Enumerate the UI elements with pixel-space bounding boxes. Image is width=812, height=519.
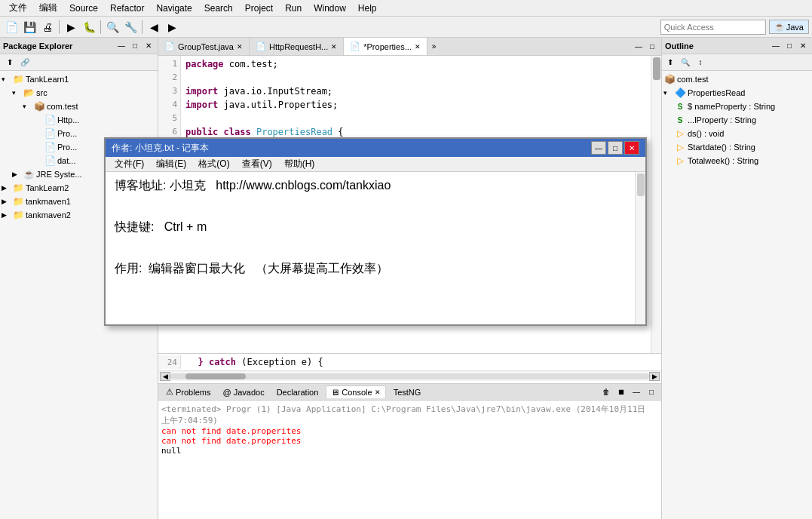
tab-label: *Properties...: [363, 42, 412, 51]
console-stop-btn[interactable]: ⏹: [614, 385, 628, 399]
notepad-line-4: [158, 241, 636, 255]
tab-overflow[interactable]: »: [427, 41, 441, 52]
notepad-scroll-thumb: [637, 174, 645, 196]
console-error-2: can not find date.properites: [161, 436, 658, 446]
toolbar-refactor[interactable]: 🔧: [122, 19, 139, 35]
outline-item-ds[interactable]: ▷ ds() : void: [663, 127, 810, 140]
tab-grouptest[interactable]: 📄 GroupTest.java ✕: [158, 38, 250, 55]
tab-close[interactable]: ✕: [237, 43, 243, 51]
toolbar-sep3: [142, 20, 142, 34]
tab-problems[interactable]: ⚠ Problems: [161, 385, 215, 398]
notepad-menu-help[interactable]: 帮助(H): [278, 156, 321, 172]
tree-item-tanklearn1[interactable]: ▾ 📁 TankLearn1: [2, 72, 156, 86]
tab-close[interactable]: ✕: [415, 43, 421, 51]
outline-item-totalweek[interactable]: ▷ Totalweek() : String: [663, 154, 810, 167]
menu-source[interactable]: Source: [63, 2, 104, 15]
outline-item-startdate[interactable]: ▷ Startdate() : String: [663, 140, 810, 154]
console-minimize[interactable]: —: [630, 385, 643, 399]
notepad-maximize[interactable]: □: [608, 141, 623, 155]
tree-item-src[interactable]: ▾ 📂 src: [2, 86, 156, 100]
menu-project[interactable]: Project: [239, 2, 279, 15]
notepad-menu-view[interactable]: 查看(V): [236, 156, 278, 172]
console-panel: ⚠ Problems @ Javadoc Declaration 🖥 Conso…: [158, 383, 661, 519]
notepad-content[interactable]: 博客地址: 小坦克 http://www.cnblogs.com/tankxia…: [158, 172, 645, 324]
tree-item-http[interactable]: 📄 Http...: [2, 113, 156, 127]
notepad-line-5: 作用: 编辑器窗口最大化 （大屏幕提高工作效率）: [158, 261, 636, 277]
outline-filter[interactable]: 🔍: [679, 56, 692, 69]
menu-search[interactable]: Search: [198, 2, 239, 15]
link-editor-btn[interactable]: 🔗: [18, 56, 32, 69]
scroll-right-btn[interactable]: ▶: [649, 372, 660, 381]
horizontal-scrollbar[interactable]: ◀ ▶: [158, 370, 661, 381]
console-error-1: can not find date.properites: [161, 426, 658, 436]
console-clear-btn[interactable]: 🗑: [599, 385, 613, 399]
menu-edit[interactable]: 编辑: [33, 0, 63, 16]
outline-tree: 📦 com.test ▾ 🔷 PropertiesRead S $ namePr…: [662, 71, 812, 519]
toolbar-back[interactable]: ◀: [146, 19, 162, 35]
console-maximize[interactable]: □: [645, 385, 658, 399]
package-explorer-title: Package Explorer: [3, 41, 72, 51]
project-icon: 📁: [12, 182, 24, 194]
quick-access-input[interactable]: [660, 20, 766, 35]
bottom-code-area[interactable]: 24 } catch (Exception e) { ◀ ▶: [158, 353, 661, 383]
menu-help[interactable]: Help: [352, 2, 383, 15]
outline-toolbar: ⬆ 🔍 ↕: [662, 54, 812, 71]
toolbar-save[interactable]: 💾: [21, 19, 38, 35]
outline-title: Outline: [665, 41, 694, 51]
panel-minimize[interactable]: —: [115, 40, 127, 52]
outline-item-nameproperty[interactable]: S $ nameProperty : String: [663, 100, 810, 113]
tree-item-comtest[interactable]: ▾ 📦 com.test: [2, 100, 156, 113]
main-layout: Package Explorer — □ ✕ ⬆ 🔗 ▾ 📁 TankLearn…: [0, 38, 812, 519]
toolbar-search[interactable]: 🔍: [104, 19, 121, 35]
outline-minimize[interactable]: —: [770, 40, 782, 52]
outline-close[interactable]: ✕: [797, 40, 809, 52]
notepad-menu-edit[interactable]: 编辑(E): [158, 156, 192, 172]
tab-properties[interactable]: 📄 *Properties... ✕: [344, 38, 427, 55]
menu-window[interactable]: Window: [308, 2, 352, 15]
code-line-4: import java.util.Properties;: [185, 98, 658, 112]
console-close-icon: ✕: [375, 388, 381, 396]
editor-minimize[interactable]: —: [633, 41, 645, 53]
outline-header: Outline — □ ✕: [662, 38, 812, 54]
toolbar-forward[interactable]: ▶: [164, 19, 180, 35]
menu-file[interactable]: 文件: [3, 0, 33, 16]
outline-collapse[interactable]: ⬆: [663, 56, 677, 69]
outline-label: ds() : void: [688, 129, 724, 138]
editor-maximize[interactable]: □: [646, 41, 658, 53]
arrow-icon: ▾: [663, 89, 673, 97]
toolbar-saveas[interactable]: 🖨: [39, 19, 56, 35]
outline-sort[interactable]: ↕: [694, 56, 707, 69]
panel-maximize[interactable]: □: [129, 40, 141, 52]
tab-testng[interactable]: TestNG: [389, 386, 426, 398]
tab-declaration[interactable]: Declaration: [272, 386, 323, 398]
tree-label: dat...: [57, 156, 75, 165]
menu-run[interactable]: Run: [279, 2, 308, 15]
menu-refactor[interactable]: Refactor: [104, 2, 150, 15]
notepad-scrollbar[interactable]: [635, 172, 645, 324]
outline-item-propertiesread[interactable]: ▾ 🔷 PropertiesRead: [663, 86, 810, 100]
toolbar-new[interactable]: 📄: [3, 19, 20, 35]
menu-navigate[interactable]: Navigate: [150, 2, 198, 15]
tab-console[interactable]: 🖥 Console ✕: [326, 385, 385, 398]
editor-scrollbar-v[interactable]: [651, 56, 661, 353]
console-actions: 🗑 ⏹ — □: [599, 385, 658, 399]
field-icon: S: [674, 100, 686, 112]
notepad-minimize[interactable]: —: [591, 141, 606, 155]
notepad-menu-format[interactable]: 格式(O): [192, 156, 235, 172]
file-icon: 📄: [44, 155, 56, 167]
package-explorer-header: Package Explorer — □ ✕: [0, 38, 158, 54]
code-content[interactable]: package com.test; import java.io.InputSt…: [182, 56, 661, 140]
tab-httprequest[interactable]: 📄 HttpRequestH... ✕: [250, 38, 344, 55]
outline-item-comtest[interactable]: 📦 com.test: [663, 72, 810, 86]
toolbar-debug[interactable]: 🐛: [81, 19, 97, 35]
scroll-left-btn[interactable]: ◀: [160, 372, 170, 381]
outline-maximize[interactable]: □: [783, 40, 795, 52]
toolbar-run[interactable]: ▶: [63, 19, 79, 35]
tab-javadoc[interactable]: @ Javadoc: [218, 386, 268, 398]
collapse-all-btn[interactable]: ⬆: [3, 56, 17, 69]
tab-close[interactable]: ✕: [331, 43, 337, 51]
notepad-close[interactable]: ✕: [624, 141, 639, 155]
outline-item-property[interactable]: S ...lProperty : String: [663, 113, 810, 127]
panel-close[interactable]: ✕: [142, 40, 155, 52]
perspective-java-btn[interactable]: ☕ Java: [769, 20, 809, 34]
